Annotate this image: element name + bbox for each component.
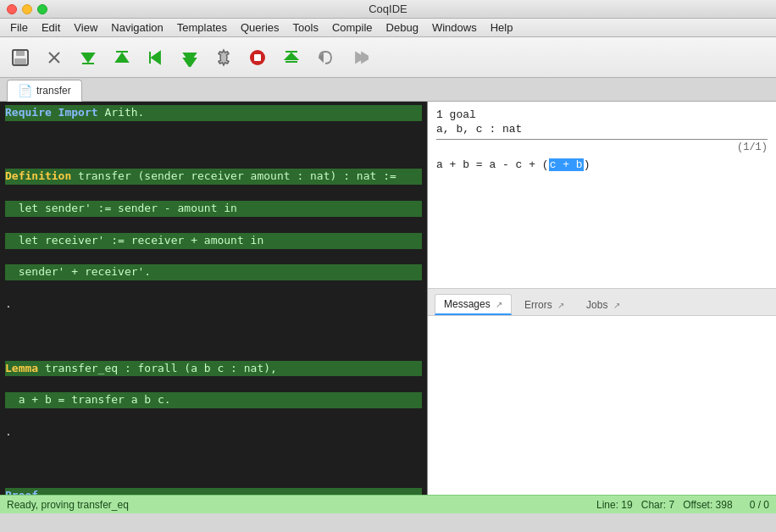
messages-area — [428, 316, 776, 496]
step-into-button[interactable] — [73, 42, 103, 73]
goal-expression: a + b = a - c + (c + b) — [436, 158, 768, 171]
status-text: Ready, proving transfer_eq — [7, 499, 129, 511]
menu-windows[interactable]: Windows — [425, 19, 484, 36]
goal-cursor: c + b — [549, 158, 584, 171]
svg-rect-16 — [254, 54, 261, 61]
svg-rect-1 — [16, 50, 25, 56]
tabbar: 📄 transfer — [0, 78, 776, 102]
tab-jobs[interactable]: Jobs ↗ — [577, 295, 629, 315]
message-tabs: Messages ↗ Errors ↗ Jobs ↗ — [428, 289, 776, 316]
goal-pre: a + b = a - c + ( — [436, 158, 549, 171]
char-label: Char: — [641, 499, 666, 511]
menubar: File Edit View Navigation Templates Quer… — [0, 19, 776, 37]
char-value: 7 — [668, 499, 674, 511]
toolbar — [0, 37, 776, 78]
maximize-traffic-light[interactable] — [37, 4, 47, 14]
window-title: CoqIDE — [369, 3, 407, 15]
menu-queries[interactable]: Queries — [234, 19, 286, 36]
svg-marker-6 — [82, 53, 94, 62]
save-button[interactable] — [5, 42, 36, 73]
jobs-arrow-icon[interactable]: ↗ — [613, 301, 620, 310]
svg-marker-17 — [285, 53, 297, 59]
goal-context: a, b, c : nat — [436, 123, 768, 136]
statusbar: Ready, proving transfer_eq Line: 19 Char… — [0, 495, 776, 513]
file-icon: 📄 — [18, 84, 32, 97]
messages-arrow-icon[interactable]: ↗ — [496, 300, 502, 309]
line-label: Line: — [596, 499, 618, 511]
menu-tools[interactable]: Tools — [286, 19, 325, 36]
svg-marker-10 — [152, 52, 160, 64]
count-value: 0 / 0 — [750, 499, 769, 511]
menu-help[interactable]: Help — [484, 19, 520, 36]
close-file-button[interactable] — [39, 42, 69, 73]
goal-post: ) — [584, 158, 590, 171]
step-over-button[interactable] — [107, 42, 137, 73]
tab-jobs-label: Jobs — [586, 299, 607, 311]
settings-button[interactable] — [208, 42, 239, 73]
goal-divider-label: (1/1) — [737, 141, 768, 153]
minimize-traffic-light[interactable] — [22, 4, 32, 14]
tab-messages[interactable]: Messages ↗ — [435, 294, 512, 315]
window-controls — [7, 4, 47, 14]
jump-button[interactable] — [175, 42, 205, 73]
offset-label: Offset: — [683, 499, 712, 511]
tab-errors[interactable]: Errors ↗ — [515, 295, 574, 315]
errors-arrow-icon[interactable]: ↗ — [557, 301, 564, 310]
svg-rect-2 — [14, 58, 26, 64]
editor-pane[interactable]: Require Import Arith. Definition transfe… — [0, 102, 428, 495]
main-area: Require Import Arith. Definition transfe… — [0, 102, 776, 495]
statusbar-right: Line: 19 Char: 7 Offset: 398 0 / 0 — [596, 499, 769, 511]
menu-edit[interactable]: Edit — [35, 19, 67, 36]
tab-messages-label: Messages — [444, 298, 491, 310]
svg-marker-22 — [362, 53, 369, 63]
editor-content: Require Import Arith. Definition transfe… — [5, 105, 422, 495]
svg-marker-8 — [116, 53, 128, 62]
tab-label: transfer — [36, 85, 71, 97]
menu-compile[interactable]: Compile — [325, 19, 380, 36]
back-tactic-button[interactable] — [310, 42, 341, 73]
line-value: 19 — [621, 499, 632, 511]
goal-view: 1 goal a, b, c : nat (1/1) a + b = a - c… — [428, 102, 776, 289]
titlebar: CoqIDE — [0, 0, 776, 19]
menu-view[interactable]: View — [67, 19, 104, 36]
line-info: Line: 19 Char: 7 Offset: 398 — [596, 499, 733, 511]
tab-transfer[interactable]: 📄 transfer — [7, 80, 82, 102]
goal-count: 1 goal — [436, 108, 768, 121]
menu-navigation[interactable]: Navigation — [104, 19, 169, 36]
close-traffic-light[interactable] — [7, 4, 17, 14]
menu-file[interactable]: File — [3, 19, 35, 36]
rewind-button[interactable] — [276, 42, 307, 73]
right-panel: 1 goal a, b, c : nat (1/1) a + b = a - c… — [428, 102, 776, 495]
stop-button[interactable] — [242, 42, 273, 73]
tab-errors-label: Errors — [524, 299, 552, 311]
menu-templates[interactable]: Templates — [170, 19, 234, 36]
offset-value: 398 — [716, 499, 733, 511]
svg-marker-13 — [184, 58, 196, 67]
menu-debug[interactable]: Debug — [380, 19, 425, 36]
forward-button[interactable] — [344, 42, 374, 73]
step-back-button[interactable] — [141, 42, 171, 73]
